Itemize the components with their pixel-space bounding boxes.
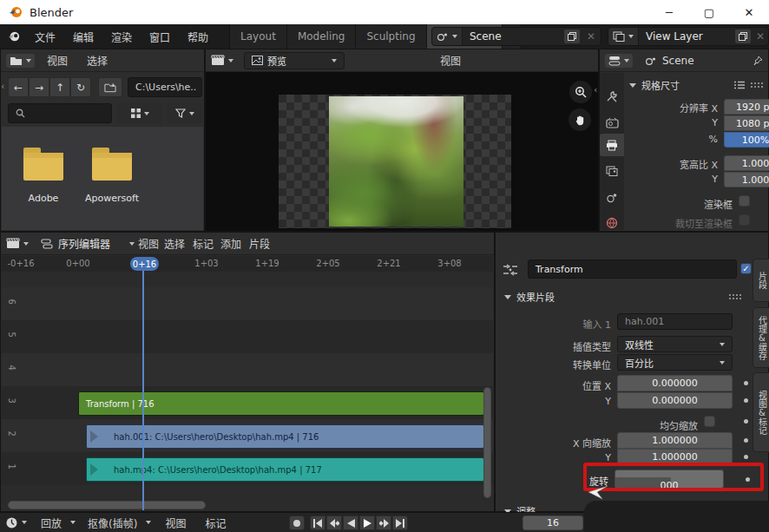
vertical-scrollbar[interactable] [483, 387, 491, 498]
current-frame-field[interactable]: 16 [523, 516, 583, 530]
horizontal-scrollbar[interactable] [8, 501, 206, 509]
pan-hand-button[interactable] [569, 108, 591, 131]
view-layer-selector[interactable]: View Layer ✕ [608, 27, 769, 46]
strip-handle-icon[interactable] [90, 463, 98, 476]
menu-file[interactable]: 文件 [30, 30, 61, 44]
current-frame-badge[interactable]: 0+16 [130, 257, 159, 271]
jump-to-start-button[interactable] [310, 516, 325, 530]
position-y-field[interactable]: 0.000000 [617, 392, 733, 409]
unlink-scene-icon[interactable]: ✕ [582, 30, 601, 43]
minimize-button[interactable]: ─ [649, 0, 689, 24]
next-keyframe-button[interactable] [376, 516, 391, 530]
tab-view-layer[interactable] [600, 160, 624, 182]
seq-menu-add[interactable]: 添加 [215, 236, 246, 251]
sequencer-display-mode-dropdown[interactable]: 序列编辑器 [41, 236, 135, 251]
sidebar-tab-proxy[interactable]: 代理&缓存 [753, 307, 769, 368]
blender-menu-logo-icon[interactable] [7, 30, 21, 43]
pin-icon[interactable] [753, 56, 763, 66]
menu-help[interactable]: 帮助 [182, 30, 214, 44]
strip-movie-hahmp4[interactable]: hah.mp4: C:\Users\hero\Desktop\hah.mp4 |… [86, 457, 484, 482]
sidebar-tab-view[interactable]: 视图&标记 [753, 372, 769, 452]
seq-menu-strip[interactable]: 片段 [244, 236, 275, 251]
resolution-percent-field[interactable]: 100% [724, 132, 769, 148]
zoom-in-button[interactable] [569, 81, 592, 103]
panel-grip-icon[interactable] [750, 82, 764, 89]
forward-icon[interactable]: → [29, 77, 49, 97]
effect-strip-panel-header[interactable]: 效果片段 [504, 290, 742, 304]
scene-name[interactable]: Scene [463, 30, 562, 43]
strip-transform[interactable]: Transform | 716 [78, 391, 484, 416]
list-item[interactable]: Apowersoft [82, 146, 142, 204]
refresh-icon[interactable]: ↻ [70, 77, 91, 97]
filter-button[interactable] [168, 103, 202, 123]
parent-dir-icon[interactable]: ↑ [49, 77, 70, 97]
tl-menu-marker[interactable]: 标记 [200, 516, 231, 530]
animate-dot-icon[interactable] [744, 455, 748, 459]
editor-type-sequencer[interactable] [6, 238, 29, 249]
resolution-y-field[interactable]: 1080 px [724, 115, 769, 131]
editor-type-timeline[interactable] [5, 516, 27, 529]
play-reverse-button[interactable] [343, 516, 358, 530]
fb-menu-select[interactable]: 选择 [82, 53, 113, 68]
animate-dot-icon[interactable] [744, 381, 748, 385]
tl-menu-playback[interactable]: 回放 [36, 516, 67, 530]
presets-list-icon[interactable] [734, 81, 745, 89]
list-item[interactable]: Adobe [17, 146, 69, 204]
menu-window[interactable]: 窗口 [144, 30, 175, 44]
menu-edit[interactable]: 编辑 [68, 30, 99, 44]
sidebar-tab-strip[interactable]: 片段 [753, 259, 769, 302]
jump-to-end-button[interactable] [392, 516, 408, 530]
editor-type-file-browser[interactable] [6, 54, 35, 68]
view-layer-browse-button[interactable] [608, 28, 639, 45]
new-folder-icon[interactable] [98, 77, 122, 97]
region-toggle-icon[interactable]: ‹ [1, 81, 4, 92]
workspace-tab-sculpting[interactable]: Sculpting [356, 24, 426, 49]
prev-keyframe-button[interactable] [326, 516, 342, 530]
tl-menu-view[interactable]: 视图 [160, 516, 191, 530]
remove-view-layer-icon[interactable]: ✕ [753, 30, 768, 43]
new-scene-icon[interactable] [564, 30, 580, 43]
menu-render[interactable]: 渲染 [106, 30, 137, 44]
editor-type-properties[interactable] [605, 54, 633, 68]
close-button[interactable]: ✕ [729, 0, 769, 24]
translation-unit-dropdown[interactable]: 百分比 [617, 354, 733, 371]
search-input[interactable] [8, 103, 112, 123]
preview-display-mode-dropdown[interactable]: 预览 [244, 52, 345, 69]
display-mode-button[interactable] [117, 103, 162, 123]
playhead[interactable] [142, 271, 144, 510]
workspace-tab-layout[interactable]: Layout [230, 24, 287, 49]
dimensions-panel-header[interactable]: 规格尺寸 [629, 78, 764, 92]
tl-menu-keying[interactable]: 抠像(插帧) [82, 516, 142, 530]
workspace-tab-modeling[interactable]: Modeling [287, 24, 357, 49]
animate-dot-icon[interactable] [744, 398, 748, 403]
panel-grip-icon[interactable] [728, 293, 742, 300]
seq-menu-marker[interactable]: 标记 [187, 236, 219, 251]
strip-name-field[interactable]: Transform [528, 259, 737, 279]
position-x-field[interactable]: 0.000000 [617, 375, 733, 391]
maximize-button[interactable]: ▢ [689, 0, 729, 24]
resolution-x-field[interactable]: 1920 px [724, 99, 769, 115]
path-field[interactable]: C:\Users\he.. [128, 77, 202, 97]
aspect-x-field[interactable]: 1.000 [724, 155, 769, 171]
strip-movie-hah001[interactable]: hah.001: C:\Users\hero\Desktop\hah.mp4 |… [86, 424, 484, 449]
strip-handle-icon[interactable] [90, 430, 98, 443]
auto-keying-button[interactable] [289, 516, 305, 530]
tab-render[interactable] [600, 111, 624, 134]
crop-to-region-checkbox[interactable] [739, 214, 750, 226]
timeline-ruler[interactable]: -0+16 0+00 1+03 1+19 2+05 2+21 3+08 [2, 256, 493, 272]
back-icon[interactable]: ← [8, 77, 29, 97]
animate-dot-icon[interactable] [744, 438, 748, 443]
view-layer-name[interactable]: View Layer [639, 30, 733, 43]
scene-selector[interactable]: Scene ✕ [431, 27, 601, 46]
new-view-layer-icon[interactable] [735, 30, 751, 43]
aspect-y-field[interactable]: 1.000 [724, 172, 769, 187]
input1-field[interactable]: hah.001 [617, 313, 733, 330]
scene-browse-button[interactable] [432, 28, 463, 45]
play-button[interactable] [359, 516, 375, 530]
strip-mute-checkbox[interactable]: ✓ [740, 263, 752, 274]
uniform-scale-checkbox[interactable] [704, 416, 715, 427]
seq-menu-select[interactable]: 选择 [159, 236, 190, 251]
tab-tool[interactable] [600, 85, 624, 108]
sidebar-toggle-icon[interactable]: ‹ [594, 84, 597, 95]
render-region-checkbox[interactable] [739, 195, 750, 207]
